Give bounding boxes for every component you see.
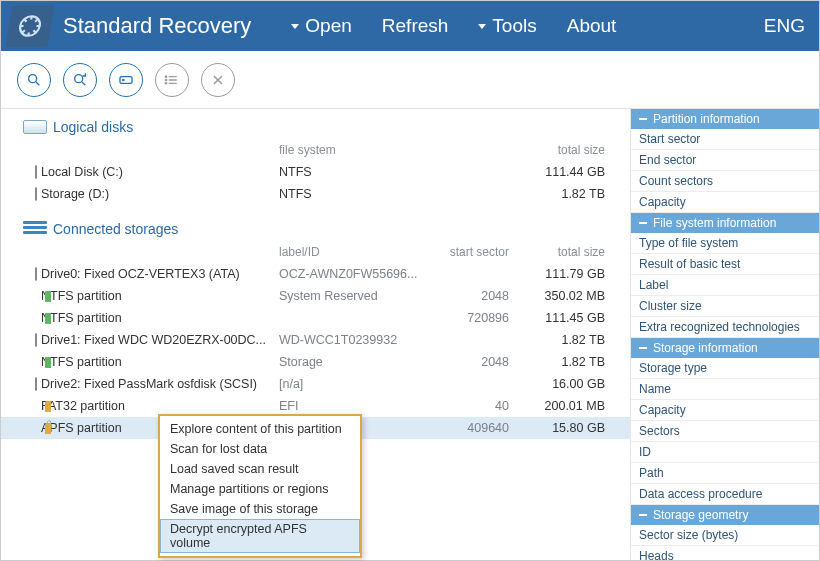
panel-property: Path: [631, 463, 819, 484]
partition-row[interactable]: NTFS partition 720896 111.45 GB: [1, 307, 630, 329]
list-button[interactable]: [155, 63, 189, 97]
menubar: Standard Recovery Open Refresh Tools Abo…: [1, 1, 819, 51]
partition-icon: [45, 357, 47, 368]
context-menu-item[interactable]: Manage partitions or regions: [160, 479, 360, 499]
context-menu-item[interactable]: Scan for lost data: [160, 439, 360, 459]
panel-property: Type of file system: [631, 233, 819, 254]
panel-property: Capacity: [631, 400, 819, 421]
svg-point-6: [165, 79, 166, 80]
partition-icon: [45, 423, 47, 434]
context-menu-item[interactable]: Save image of this storage: [160, 499, 360, 519]
collapse-icon: [639, 118, 647, 120]
caret-icon: [291, 24, 299, 29]
app-title: Standard Recovery: [63, 13, 251, 39]
panel-property: Storage type: [631, 358, 819, 379]
svg-rect-3: [120, 76, 132, 83]
panel-section-header[interactable]: Partition information: [631, 109, 819, 129]
panel-property: Sectors: [631, 421, 819, 442]
panel-property: Cluster size: [631, 296, 819, 317]
drive-row[interactable]: Drive0: Fixed OCZ-VERTEX3 (ATA) OCZ-AWNZ…: [1, 263, 630, 285]
drive-icon: [35, 267, 37, 281]
info-panel: Partition informationStart sectorEnd sec…: [630, 109, 819, 561]
logical-disk-row[interactable]: Storage (D:) NTFS 1.82 TB: [1, 183, 630, 205]
panel-property: End sector: [631, 150, 819, 171]
connected-storages-header: Connected storages: [1, 217, 630, 241]
language-selector[interactable]: ENG: [764, 15, 805, 37]
context-menu-item[interactable]: Decrypt encrypted APFS volume: [160, 519, 360, 553]
close-button[interactable]: [201, 63, 235, 97]
drives-button[interactable]: [109, 63, 143, 97]
partition-row[interactable]: NTFS partition System Reserved 2048 350.…: [1, 285, 630, 307]
menu-open[interactable]: Open: [291, 15, 351, 37]
context-menu: Explore content of this partitionScan fo…: [158, 414, 362, 558]
conn-columns: label/ID start sector total size: [1, 241, 630, 263]
panel-property: Name: [631, 379, 819, 400]
collapse-icon: [639, 514, 647, 516]
partition-row[interactable]: NTFS partition Storage 2048 1.82 TB: [1, 351, 630, 373]
storage-icon: [23, 221, 47, 237]
svg-point-5: [165, 76, 166, 77]
drive-icon: [35, 333, 37, 347]
panel-property: Heads: [631, 546, 819, 561]
caret-icon: [478, 24, 486, 29]
svg-point-7: [165, 82, 166, 83]
panel-property: Result of basic test: [631, 254, 819, 275]
resume-scan-button[interactable]: [63, 63, 97, 97]
svg-point-2: [75, 74, 83, 82]
menu-refresh[interactable]: Refresh: [382, 15, 449, 37]
toolbar: [1, 51, 819, 109]
panel-property: Label: [631, 275, 819, 296]
panel-section-header[interactable]: Storage geometry: [631, 505, 819, 525]
logical-columns: file system total size: [1, 139, 630, 161]
panel-property: Sector size (bytes): [631, 525, 819, 546]
drive-icon: [35, 187, 37, 201]
drive-icon: [35, 377, 37, 391]
panel-property: Data access procedure: [631, 484, 819, 505]
panel-property: Capacity: [631, 192, 819, 213]
menu-tools[interactable]: Tools: [478, 15, 536, 37]
context-menu-item[interactable]: Load saved scan result: [160, 459, 360, 479]
logical-disk-row[interactable]: Local Disk (C:) NTFS 111.44 GB: [1, 161, 630, 183]
drive-icon: [35, 165, 37, 179]
partition-icon: [45, 291, 47, 302]
logical-disks-header: Logical disks: [1, 115, 630, 139]
collapse-icon: [639, 222, 647, 224]
panel-property: Count sectors: [631, 171, 819, 192]
menu-items: Open Refresh Tools About: [291, 15, 763, 37]
main-area: Logical disks file system total size Loc…: [1, 109, 819, 561]
menu-about[interactable]: About: [567, 15, 617, 37]
scan-button[interactable]: [17, 63, 51, 97]
partition-icon: [45, 401, 47, 412]
svg-point-4: [123, 79, 124, 80]
collapse-icon: [639, 347, 647, 349]
app-logo-icon: [5, 5, 54, 47]
panel-section-header[interactable]: Storage information: [631, 338, 819, 358]
disk-icon: [23, 120, 47, 134]
panel-section-header[interactable]: File system information: [631, 213, 819, 233]
drive-row[interactable]: Drive1: Fixed WDC WD20EZRX-00DC... WD-WC…: [1, 329, 630, 351]
context-menu-item[interactable]: Explore content of this partition: [160, 419, 360, 439]
panel-property: Start sector: [631, 129, 819, 150]
panel-property: ID: [631, 442, 819, 463]
panel-property: Extra recognized technologies: [631, 317, 819, 338]
partition-icon: [45, 313, 47, 324]
drive-row[interactable]: Drive2: Fixed PassMark osfdisk (SCSI) [n…: [1, 373, 630, 395]
svg-point-1: [29, 74, 37, 82]
